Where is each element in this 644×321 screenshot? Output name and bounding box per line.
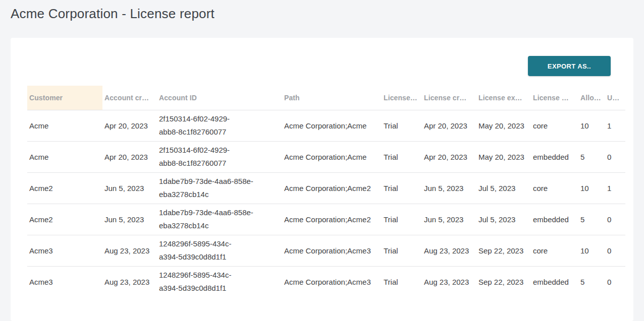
cell-path: Acme Corporation;Acme2 — [282, 204, 382, 235]
cell-license_created: Jun 5, 2023 — [422, 204, 476, 235]
cell-account_id: 2f150314-6f02-4929- abb8-8c1f82760077 — [157, 110, 282, 141]
cell-account_created: Aug 23, 2023 — [102, 235, 157, 266]
cell-path: Acme Corporation;Acme — [282, 141, 382, 172]
table-row: Acme2Jun 5, 20231dabe7b9-73de-4aa6-858e-… — [27, 172, 625, 204]
table-row: Acme2Jun 5, 20231dabe7b9-73de-4aa6-858e-… — [27, 204, 625, 235]
cell-customer: Acme2 — [27, 204, 102, 235]
cell-license_expires: Sep 22, 2023 — [476, 266, 531, 297]
cell-customer: Acme2 — [27, 172, 102, 204]
cell-license_expires: Sep 22, 2023 — [476, 235, 531, 266]
table-row: AcmeApr 20, 20232f150314-6f02-4929- abb8… — [27, 141, 625, 172]
cell-license_type: Trial — [382, 266, 422, 297]
cell-account_id: 1dabe7b9-73de-4aa6-858e- eba3278cb14c — [157, 204, 282, 235]
column-header-account_created[interactable]: Account cr… — [102, 86, 157, 110]
cell-used: 0 — [605, 235, 625, 266]
column-header-customer[interactable]: Customer — [27, 86, 102, 110]
cell-customer: Acme — [27, 110, 102, 141]
cell-used: 0 — [605, 141, 625, 172]
license-table: CustomerAccount cr…Account IDPathLicense… — [27, 86, 625, 297]
cell-license_expires: May 20, 2023 — [476, 141, 531, 172]
cell-account_id: 1dabe7b9-73de-4aa6-858e- eba3278cb14c — [157, 172, 282, 204]
cell-license_type: Trial — [382, 235, 422, 266]
cell-customer: Acme — [27, 141, 102, 172]
cell-account_created: Apr 20, 2023 — [102, 110, 157, 141]
cell-path: Acme Corporation;Acme3 — [282, 235, 382, 266]
cell-account_id: 1248296f-5895-434c- a394-5d39c0d8d1f1 — [157, 266, 282, 297]
cell-license_model: core — [531, 235, 578, 266]
table-row: Acme3Aug 23, 20231248296f-5895-434c- a39… — [27, 266, 625, 297]
cell-account_created: Jun 5, 2023 — [102, 172, 157, 204]
cell-license_model: embedded — [531, 266, 578, 297]
cell-customer: Acme3 — [27, 266, 102, 297]
cell-customer: Acme3 — [27, 235, 102, 266]
column-header-license_type[interactable]: License… — [382, 86, 422, 110]
cell-license_expires: Jul 5, 2023 — [476, 172, 531, 204]
cell-account_created: Aug 23, 2023 — [102, 266, 157, 297]
column-header-used[interactable]: U… — [605, 86, 625, 110]
cell-license_expires: Jul 5, 2023 — [476, 204, 531, 235]
cell-used: 1 — [605, 110, 625, 141]
cell-allowed: 5 — [578, 141, 605, 172]
cell-allowed: 10 — [578, 110, 605, 141]
column-header-path[interactable]: Path — [282, 86, 382, 110]
table-row: AcmeApr 20, 20232f150314-6f02-4929- abb8… — [27, 110, 625, 141]
cell-path: Acme Corporation;Acme3 — [282, 266, 382, 297]
cell-allowed: 10 — [578, 235, 605, 266]
cell-license_type: Trial — [382, 110, 422, 141]
cell-account_id: 1248296f-5895-434c- a394-5d39c0d8d1f1 — [157, 235, 282, 266]
cell-license_model: core — [531, 172, 578, 204]
page-title: Acme Corporation - License report — [0, 0, 644, 23]
cell-path: Acme Corporation;Acme — [282, 110, 382, 141]
cell-path: Acme Corporation;Acme2 — [282, 172, 382, 204]
cell-allowed: 10 — [578, 172, 605, 204]
table-header-row: CustomerAccount cr…Account IDPathLicense… — [27, 86, 625, 110]
toolbar: EXPORT AS.. — [11, 38, 633, 76]
cell-account_id: 2f150314-6f02-4929- abb8-8c1f82760077 — [157, 141, 282, 172]
column-header-license_created[interactable]: License cr… — [422, 86, 476, 110]
cell-license_created: Aug 23, 2023 — [422, 235, 476, 266]
cell-license_model: embedded — [531, 204, 578, 235]
cell-license_model: core — [531, 110, 578, 141]
cell-account_created: Apr 20, 2023 — [102, 141, 157, 172]
cell-license_type: Trial — [382, 204, 422, 235]
cell-license_expires: May 20, 2023 — [476, 110, 531, 141]
export-as-button[interactable]: EXPORT AS.. — [528, 56, 611, 76]
cell-license_created: Aug 23, 2023 — [422, 266, 476, 297]
cell-license_created: Jun 5, 2023 — [422, 172, 476, 204]
cell-license_model: embedded — [531, 141, 578, 172]
cell-license_type: Trial — [382, 172, 422, 204]
table-row: Acme3Aug 23, 20231248296f-5895-434c- a39… — [27, 235, 625, 266]
column-header-account_id[interactable]: Account ID — [157, 86, 282, 110]
cell-account_created: Jun 5, 2023 — [102, 204, 157, 235]
report-card: EXPORT AS.. CustomerAccount cr…Account I… — [11, 38, 633, 321]
column-header-license_expires[interactable]: License ex… — [476, 86, 531, 110]
column-header-allowed[interactable]: Allo… — [578, 86, 605, 110]
column-header-license_model[interactable]: License … — [531, 86, 578, 110]
cell-used: 1 — [605, 172, 625, 204]
cell-used: 0 — [605, 266, 625, 297]
cell-allowed: 5 — [578, 204, 605, 235]
cell-license_created: Apr 20, 2023 — [422, 141, 476, 172]
cell-license_created: Apr 20, 2023 — [422, 110, 476, 141]
cell-used: 0 — [605, 204, 625, 235]
cell-license_type: Trial — [382, 141, 422, 172]
cell-allowed: 5 — [578, 266, 605, 297]
